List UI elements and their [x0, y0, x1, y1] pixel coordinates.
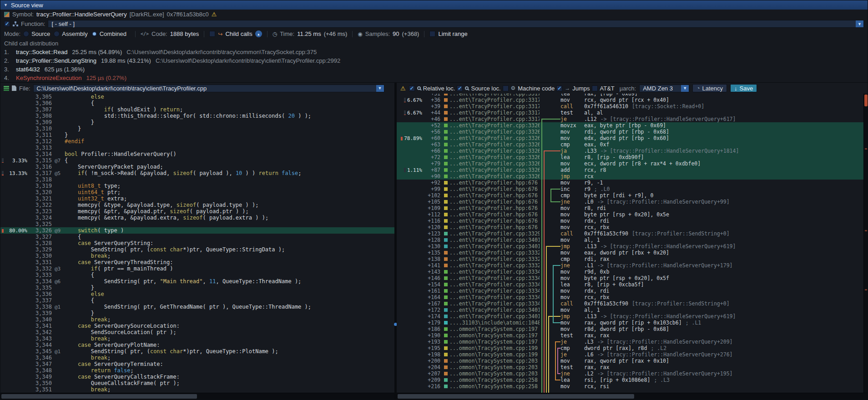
toggle-at-t[interactable]: AT&T	[592, 85, 615, 92]
source-line[interactable]: 3,338@1 SendString( ptr, GetThreadName( …	[0, 304, 394, 310]
source-line[interactable]: 3.33%3,315@7{	[0, 157, 394, 164]
jumps-checkbox[interactable]	[556, 85, 562, 91]
asm-line[interactable]: +79...ent\TracyProfiler.cpp:3326movecx, …	[397, 160, 868, 167]
asm-line[interactable]: +190...ommon\TracySystem.cpp:197testrax,…	[397, 332, 868, 339]
asm-line[interactable]: +90...ent\TracyProfiler.cpp:3326jmprcx	[397, 173, 868, 180]
child-calls-checkbox[interactable]	[209, 31, 215, 37]
source-line[interactable]: 3,321 uint32_t extra;	[0, 195, 394, 202]
toggle-source-loc[interactable]: Source loc.	[457, 85, 500, 92]
asm-line[interactable]: +46...ent\TracyProfiler.cpp:3317je.L12->…	[397, 116, 868, 122]
asm-line[interactable]: +146...ent\TracyProfiler.cpp:3334movbyte…	[397, 275, 868, 281]
child-call-item[interactable]: 4.KeSynchronizeExecution125 µs (0.27%)	[0, 74, 868, 82]
source-line[interactable]: 3,308 std::this_thread::sleep_for( std::…	[0, 113, 394, 119]
asm-line[interactable]: +161...ent\TracyProfiler.cpp:3334movrdx,…	[397, 288, 868, 294]
collapse-icon[interactable]: ▼	[4, 3, 8, 7]
source-line[interactable]: 3,342 SendSourceLocation( ptr );	[0, 329, 394, 335]
mode-radio-assembly[interactable]: Assembly	[54, 30, 87, 37]
source-line[interactable]: 3,337 {	[0, 297, 394, 304]
source-line[interactable]: 3,340 break;	[0, 316, 394, 323]
source-line[interactable]: 3,350 QueueCallstackFrame( ptr );	[0, 380, 394, 386]
source-line[interactable]: 3,311}	[0, 132, 394, 138]
child-call-item[interactable]: 2.tracy::Profiler::SendLongString19.88 m…	[0, 56, 868, 65]
source-line[interactable]: 3,336 else	[0, 291, 394, 297]
asm-line[interactable]: +39...ent\TracyProfiler.cpp:3317call0x7f…	[397, 103, 868, 110]
source-line[interactable]: 3,329 SendString( ptr, (const char*)ptr,…	[0, 246, 394, 253]
machine-code-checkbox[interactable]	[503, 85, 509, 91]
toggle-machine-code[interactable]: ⚙Machine code	[503, 85, 555, 92]
source-line[interactable]: 3,330 break;	[0, 253, 394, 259]
source-line[interactable]: 3,331 case ServerQueryThreadString:	[0, 259, 394, 265]
asm-line[interactable]: +105...ent\TracyProfiler.hpp:676jne.L0->…	[397, 199, 868, 205]
asm-line[interactable]: +193...ommon\TracySystem.cpp:197je.L3-> …	[397, 339, 868, 345]
propagate-inlines-button[interactable]: ▴	[255, 30, 262, 37]
asm-line[interactable]: 78.89%+60...ent\TracyProfiler.cpp:3326mo…	[397, 135, 868, 141]
asm-line[interactable]: +164...ent\TracyProfiler.cpp:3334movrcx,…	[397, 294, 868, 300]
latency-button[interactable]: ◔ Latency	[692, 84, 727, 92]
asm-line[interactable]: +128...ent\TracyProfiler.cpp:3401moval, …	[397, 237, 868, 243]
source-line[interactable]: 3,316 ServerQueryPacket payload;	[0, 164, 394, 170]
asm-line[interactable]: +120...ent\TracyProfiler.hpp:676movrcx, …	[397, 224, 868, 230]
asm-line[interactable]: +31...ent\TracyProfiler.cpp:3317learax, …	[397, 94, 868, 97]
asm-line[interactable]: +186...ommon\TracySystem.cpp:197movr8d, …	[397, 326, 868, 332]
asm-line[interactable]: 1.11%+87...ent\TracyProfiler.cpp:3326add…	[397, 167, 868, 173]
source-line[interactable]: 3,343 break;	[0, 335, 394, 342]
file-select[interactable]: C:\Users\wolf\Desktop\darkrl\contrib\tra…	[33, 85, 384, 92]
asm-line[interactable]: +92...ent\TracyProfiler.hpp:676movr9, -1	[397, 180, 868, 186]
scrollbar-thumb[interactable]	[1, 394, 197, 399]
asm-line[interactable]: +179....31103\include\atomic:1048movrax,…	[397, 320, 868, 326]
asm-line[interactable]: +138...ent\TracyProfiler.cpp:3332cmprdi,…	[397, 256, 868, 262]
source-line[interactable]: 3,347 case ServerQueryTerminate:	[0, 361, 394, 367]
source-line[interactable]: 3,328 case ServerQueryString:	[0, 240, 394, 246]
toggle-relative-loc[interactable]: Relative loc.	[409, 85, 455, 92]
source-line[interactable]: 3,344 case ServerQueryPlotName:	[0, 342, 394, 348]
source-line[interactable]: 3,332@3 if( ptr == m_mainThread )	[0, 265, 394, 272]
source-line[interactable]: 3,333 {	[0, 272, 394, 278]
mode-radio-source[interactable]: Source	[23, 30, 50, 37]
asm-line[interactable]: 6.67%+36...ent\TracyProfiler.cpp:3317mov…	[397, 97, 868, 103]
scrollbar-thumb[interactable]	[864, 95, 868, 106]
title-bar[interactable]: ▼ Source view	[0, 0, 868, 10]
asm-line[interactable]: +172...ent\TracyProfiler.cpp:3401moval, …	[397, 307, 868, 313]
source-line[interactable]: 3,334@6 SendString( ptr, "Main thread", …	[0, 278, 394, 285]
assembly-horizontal-scrollbar[interactable]	[397, 393, 868, 400]
source-line[interactable]: 3,324 memcpy( &extra, &payload.extra, si…	[0, 215, 394, 221]
asm-line[interactable]: +52...ent\TracyProfiler.cpp:3326movzxeax…	[397, 122, 868, 129]
source-line[interactable]: 3,322 memcpy( &type, &payload.type, size…	[0, 202, 394, 208]
asm-line[interactable]: +204...ommon\TracySystem.cpp:203testrax,…	[397, 364, 868, 370]
source-line[interactable]: 3,312#endif	[0, 138, 394, 145]
asm-line[interactable]: 6.67%+44...ent\TracyProfiler.cpp:3317tes…	[397, 110, 868, 116]
source-line[interactable]: 3,325	[0, 221, 394, 227]
limit-range-checkbox[interactable]	[429, 31, 435, 37]
function-select[interactable]: [ - self - ] ▼	[48, 20, 864, 28]
source-line[interactable]: 3,318	[0, 176, 394, 183]
source-line[interactable]: 3,341 case ServerQuerySourceLocation:	[0, 323, 394, 329]
source-line[interactable]: 3,320 uint64_t ptr;	[0, 189, 394, 195]
child-call-item[interactable]: 3.stat64i32625 µs (1.36%)	[0, 65, 868, 74]
asm-line[interactable]: +123...ent\TracyProfiler.cpp:3329call0x7…	[397, 230, 868, 237]
source-line[interactable]: 3,309 }	[0, 119, 394, 125]
uarch-select[interactable]: AMD Zen 3 ▼	[639, 85, 689, 92]
asm-line[interactable]: +200...ommon\TracySystem.cpp:203movrax, …	[397, 358, 868, 364]
asm-line[interactable]: +141...ent\TracyProfiler.cpp:3332jne.L1-…	[397, 262, 868, 269]
asm-line[interactable]: +66...ent\TracyProfiler.cpp:3326ja.L33->…	[397, 148, 868, 154]
mode-radio-combined[interactable]: Combined	[91, 30, 126, 37]
source-line[interactable]: 3,327 {	[0, 234, 394, 240]
relative-loc-checkbox[interactable]	[409, 85, 415, 91]
asm-line[interactable]: +209...ommon\TracySystem.cpp:258learsi, …	[397, 377, 868, 383]
source-line[interactable]: 13.33%3,317@5 if( !m_sock->Read( &payloa…	[0, 170, 394, 176]
asm-line[interactable]: +72...ent\TracyProfiler.cpp:3326lear8, […	[397, 154, 868, 160]
source-line[interactable]: 3,323 memcpy( &ptr, &payload.ptr, sizeof…	[0, 208, 394, 215]
source-line[interactable]: 3,345@1 SendString( ptr, (const char*)pt…	[0, 348, 394, 355]
source-line[interactable]: 3,306 {	[0, 100, 394, 106]
asm-line[interactable]: +109...ent\TracyProfiler.hpp:676movr8, r…	[397, 205, 868, 211]
asm-line[interactable]: +167...ent\TracyProfiler.cpp:3334call0x7…	[397, 300, 868, 307]
scrollbar-thumb[interactable]	[398, 394, 634, 399]
asm-line[interactable]: +143...ent\TracyProfiler.cpp:3334movr9d,…	[397, 269, 868, 275]
asm-line[interactable]: +154...ent\TracyProfiler.cpp:3334lear8, …	[397, 281, 868, 288]
asm-line[interactable]: +207...ommon\TracySystem.cpp:203jne.L2->…	[397, 370, 868, 377]
source-line[interactable]: 3,314bool Profiler::HandleServerQuery()	[0, 151, 394, 157]
asm-line[interactable]: +116...ent\TracyProfiler.hpp:676movrdx, …	[397, 218, 868, 224]
asm-line[interactable]: +216...ommon\TracySystem.cpp:258movrcx, …	[397, 383, 868, 390]
source-line[interactable]: 3,346 break;	[0, 355, 394, 361]
asm-line[interactable]: +102...ent\TracyProfiler.hpp:676cmpbyte …	[397, 192, 868, 199]
